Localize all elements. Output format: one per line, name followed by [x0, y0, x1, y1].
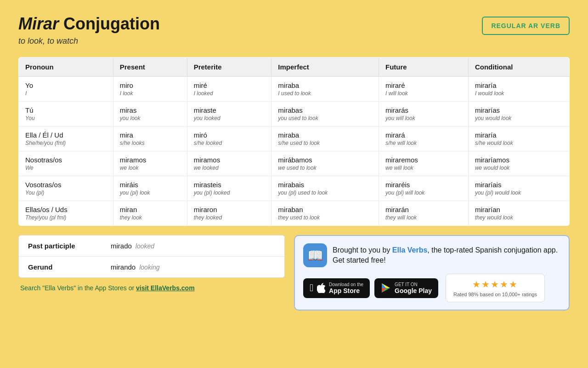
- table-cell: mirábamoswe used to look: [271, 151, 379, 176]
- table-cell: miranthey look: [113, 201, 187, 226]
- google-play-button[interactable]: GET IT ON Google Play: [374, 278, 438, 298]
- table-cell: Ella / Él / UdShe/he/you (fml): [19, 126, 113, 151]
- table-row: TúYoumirasyou lookmirasteyou lookedmirab…: [19, 102, 570, 126]
- svg-text:📖: 📖: [307, 248, 323, 263]
- ella-verbs-brand-link[interactable]: Ella Verbs: [392, 246, 428, 254]
- table-cell: miraríasyou would look: [468, 102, 569, 126]
- title-rest: Conjugation: [59, 14, 160, 33]
- app-store-label: Download on the App Store: [329, 282, 363, 294]
- table-row: YoImiroI lookmiréI lookedmirabaI used to…: [19, 77, 570, 102]
- table-cell: mirabaisyou (pl) used to look: [271, 176, 379, 201]
- promo-text-part1: Brought to you by: [333, 246, 392, 254]
- table-cell: mirarás/he will look: [379, 126, 468, 151]
- title-block: Mirar Conjugation to look, to watch: [18, 14, 160, 46]
- col-imperfect: Imperfect: [271, 58, 379, 77]
- ella-verbs-icon: 📖: [303, 243, 327, 267]
- table-cell: miramoswe look: [113, 151, 187, 176]
- table-cell: miraréI will look: [379, 77, 468, 102]
- page-title: Mirar Conjugation: [18, 14, 160, 34]
- table-cell: Nosotras/osWe: [19, 151, 113, 176]
- table-cell: YoI: [19, 77, 113, 102]
- table-cell: miraríanthey would look: [468, 201, 569, 226]
- conjugation-table: Pronoun Present Preterite Imperfect Futu…: [18, 57, 570, 226]
- past-participle-row: Past participle mirado looked: [19, 236, 284, 257]
- table-cell: mirabasyou used to look: [271, 102, 379, 126]
- promo-box: 📖 Brought to you by Ella Verbs, the top-…: [294, 235, 570, 310]
- verb-subtitle: to look, to watch: [18, 36, 160, 46]
- star-rating: ★★★★★: [453, 279, 537, 290]
- table-cell: mirabas/he used to look: [271, 126, 379, 151]
- table-cell: miréI looked: [187, 77, 271, 102]
- table-row: Vosotras/osYou (pl)miráisyou (pl) lookmi…: [19, 176, 570, 201]
- table-cell: mirasyou look: [113, 102, 187, 126]
- table-header-row: Pronoun Present Preterite Imperfect Futu…: [19, 58, 570, 77]
- bottom-section: Past participle mirado looked Gerund mir…: [18, 235, 570, 310]
- promo-description: Brought to you by Ella Verbs, the top-ra…: [333, 245, 560, 266]
- verb-name: Mirar: [18, 14, 59, 33]
- past-participle-label: Past participle: [28, 242, 111, 250]
- table-row: Ella / Él / UdShe/he/you (fml)miras/he l…: [19, 126, 570, 151]
- ellaverbs-link[interactable]: visit EllaVerbs.com: [136, 284, 195, 292]
- table-row: Nosotras/osWemiramoswe lookmiramoswe loo…: [19, 151, 570, 176]
- google-play-label: GET IT ON Google Play: [395, 282, 432, 294]
- table-cell: TúYou: [19, 102, 113, 126]
- col-future: Future: [379, 58, 468, 77]
- search-text-before: Search "Ella Verbs" in the App Stores or: [20, 284, 136, 292]
- col-preterite: Preterite: [187, 58, 271, 77]
- table-cell: miraréisyou (pl) will look: [379, 176, 468, 201]
- col-pronoun: Pronoun: [19, 58, 113, 77]
- google-play-icon: [381, 283, 391, 293]
- table-cell: mirarías/he would look: [468, 126, 569, 151]
- search-promo-text: Search "Ella Verbs" in the App Stores or…: [18, 284, 285, 292]
- table-cell: miráisyou (pl) look: [113, 176, 187, 201]
- table-row: Ellas/os / UdsThey/you (pl fml)miranthey…: [19, 201, 570, 226]
- rating-description: Rated 98% based on 10,000+ ratings: [453, 292, 537, 297]
- table-cell: miramoswe looked: [187, 151, 271, 176]
- gerund-translation: looking: [139, 264, 159, 271]
- table-cell: mirasteyou looked: [187, 102, 271, 126]
- table-cell: miras/he looks: [113, 126, 187, 151]
- table-cell: miraronthey looked: [187, 201, 271, 226]
- col-present: Present: [113, 58, 187, 77]
- apple-icon: : [310, 282, 313, 294]
- table-cell: miraremoswe will look: [379, 151, 468, 176]
- table-cell: miraríaisyou (pl) would look: [468, 176, 569, 201]
- promo-buttons:  Download on the App Store GET: [303, 274, 560, 302]
- table-cell: miroI look: [113, 77, 187, 102]
- rating-box: ★★★★★ Rated 98% based on 10,000+ ratings: [446, 274, 545, 302]
- past-participle-value: mirado: [111, 242, 132, 250]
- table-cell: mirarásyou will look: [379, 102, 468, 126]
- page-header: Mirar Conjugation to look, to watch REGU…: [18, 14, 570, 46]
- forms-section: Past participle mirado looked Gerund mir…: [18, 235, 285, 292]
- gerund-label: Gerund: [28, 263, 111, 271]
- past-participle-translation: looked: [136, 242, 154, 250]
- table-cell: miraránthey will look: [379, 201, 468, 226]
- gerund-row: Gerund mirando looking: [19, 257, 284, 277]
- forms-table: Past participle mirado looked Gerund mir…: [18, 235, 285, 278]
- col-conditional: Conditional: [468, 58, 569, 77]
- table-cell: mirabanthey used to look: [271, 201, 379, 226]
- table-cell: mirasteisyou (pl) looked: [187, 176, 271, 201]
- gerund-value: mirando: [111, 263, 136, 271]
- table-cell: mirós/he looked: [187, 126, 271, 151]
- table-cell: Vosotras/osYou (pl): [19, 176, 113, 201]
- promo-header: 📖 Brought to you by Ella Verbs, the top-…: [303, 243, 560, 267]
- apple-logo-icon: [317, 283, 325, 293]
- verb-type-badge: REGULAR AR VERB: [482, 17, 570, 35]
- table-cell: miraríaI would look: [468, 77, 569, 102]
- table-cell: mirabaI used to look: [271, 77, 379, 102]
- table-cell: miraríamoswe would look: [468, 151, 569, 176]
- app-store-button[interactable]:  Download on the App Store: [303, 278, 370, 298]
- table-cell: Ellas/os / UdsThey/you (pl fml): [19, 201, 113, 226]
